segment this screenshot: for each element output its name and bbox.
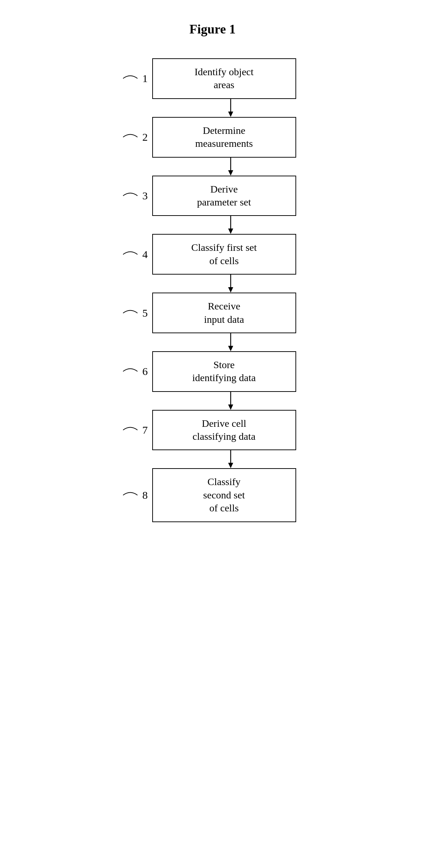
- svg-marker-1: [228, 112, 233, 117]
- step-curve-1: [119, 71, 141, 86]
- step-box-8: Classifysecond setof cells: [152, 468, 296, 522]
- step-curve-2: [119, 130, 141, 144]
- step-row-7: 7 Derive cellclassifying data: [105, 410, 321, 451]
- step-text-2: Determinemeasurements: [195, 124, 253, 150]
- step-label-1: 1: [105, 71, 148, 86]
- arrow-5: [226, 333, 235, 351]
- step-label-8: 8: [105, 488, 148, 502]
- step-label-5: 5: [105, 306, 148, 320]
- figure-title: Figure 1: [189, 22, 235, 37]
- step-number-5: 5: [143, 307, 148, 319]
- svg-marker-7: [228, 287, 233, 293]
- step-curve-7: [119, 423, 141, 437]
- arrow-2: [226, 158, 235, 176]
- svg-marker-11: [228, 404, 233, 410]
- arrow-7: [226, 450, 235, 468]
- page-container: Figure 1 1 Identify objectareas: [0, 0, 425, 868]
- step-label-3: 3: [105, 189, 148, 203]
- step-text-6: Storeidentifying data: [192, 358, 256, 385]
- step-number-2: 2: [143, 131, 148, 143]
- step-number-7: 7: [143, 424, 148, 436]
- step-row-1: 1 Identify objectareas: [105, 58, 321, 99]
- svg-marker-13: [228, 463, 233, 468]
- step-row-3: 3 Deriveparameter set: [105, 176, 321, 216]
- step-number-1: 1: [143, 72, 148, 85]
- step-box-1: Identify objectareas: [152, 58, 296, 99]
- step-text-7: Derive cellclassifying data: [193, 417, 256, 443]
- step-box-7: Derive cellclassifying data: [152, 410, 296, 451]
- step-text-3: Deriveparameter set: [197, 183, 251, 209]
- arrow-6: [226, 392, 235, 410]
- step-box-4: Classify first setof cells: [152, 234, 296, 275]
- flowchart: 1 Identify objectareas 2 Determinemeasur…: [87, 58, 339, 522]
- step-number-6: 6: [143, 365, 148, 378]
- step-text-8: Classifysecond setof cells: [203, 475, 245, 515]
- step-row-8: 8 Classifysecond setof cells: [105, 468, 321, 522]
- svg-marker-5: [228, 229, 233, 234]
- step-number-4: 4: [143, 248, 148, 261]
- step-box-5: Receiveinput data: [152, 293, 296, 333]
- arrow-3: [226, 216, 235, 234]
- step-curve-3: [119, 189, 141, 203]
- step-curve-4: [119, 247, 141, 262]
- step-text-5: Receiveinput data: [204, 300, 244, 326]
- step-text-1: Identify objectareas: [194, 65, 253, 92]
- step-box-6: Storeidentifying data: [152, 351, 296, 392]
- step-curve-6: [119, 364, 141, 379]
- step-row-2: 2 Determinemeasurements: [105, 117, 321, 158]
- step-label-2: 2: [105, 130, 148, 144]
- step-curve-5: [119, 306, 141, 320]
- step-label-4: 4: [105, 247, 148, 262]
- arrow-1: [226, 99, 235, 117]
- step-label-7: 7: [105, 423, 148, 437]
- step-number-3: 3: [143, 190, 148, 202]
- step-label-6: 6: [105, 364, 148, 379]
- step-number-8: 8: [143, 489, 148, 501]
- arrow-4: [226, 275, 235, 293]
- step-box-2: Determinemeasurements: [152, 117, 296, 158]
- step-curve-8: [119, 488, 141, 502]
- step-row-4: 4 Classify first setof cells: [105, 234, 321, 275]
- step-row-6: 6 Storeidentifying data: [105, 351, 321, 392]
- step-text-4: Classify first setof cells: [191, 241, 257, 267]
- svg-marker-9: [228, 346, 233, 351]
- svg-marker-3: [228, 170, 233, 176]
- step-box-3: Deriveparameter set: [152, 176, 296, 216]
- step-row-5: 5 Receiveinput data: [105, 293, 321, 333]
